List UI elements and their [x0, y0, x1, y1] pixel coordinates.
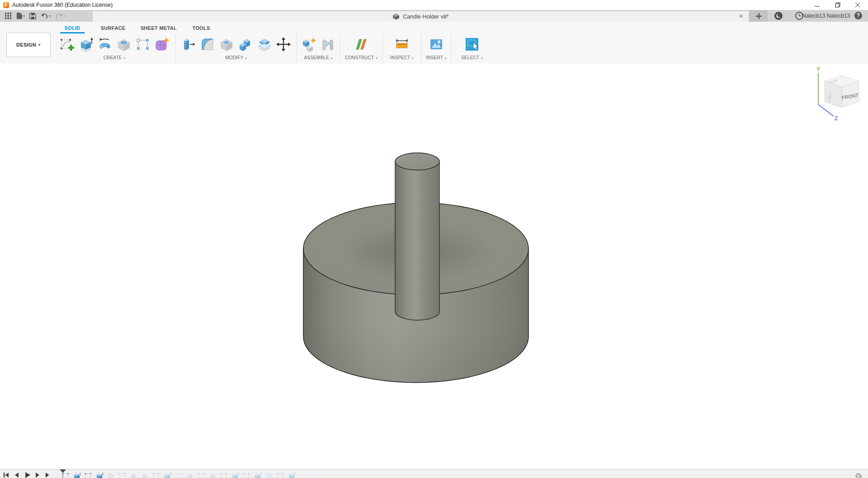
document-tab[interactable]: Candle Holder v8* ✕ [93, 11, 749, 22]
create-sketch-button[interactable] [57, 34, 76, 54]
modeling-canvas[interactable]: Y Z TOP LEFT FRONT [0, 64, 868, 469]
timeline-feature-extrude[interactable] [73, 472, 81, 478]
timeline-step-forward-button[interactable] [34, 471, 41, 478]
redo-button[interactable]: ▾ [54, 11, 66, 21]
timeline-feature-sketch[interactable] [276, 472, 284, 478]
timeline-feature-sketch[interactable] [84, 472, 92, 478]
workspace-switcher-design[interactable]: DESIGN ▾ [6, 33, 51, 57]
split-body-button[interactable] [255, 34, 274, 54]
joint-button[interactable] [318, 34, 337, 54]
rectangular-pattern-button[interactable] [133, 34, 152, 54]
construction-plane-button[interactable] [352, 34, 371, 54]
select-button[interactable] [462, 34, 481, 54]
timeline-step-back-button[interactable] [13, 471, 20, 478]
timeline-items [61, 472, 299, 478]
timeline-feature-box[interactable] [141, 472, 149, 478]
restore-button[interactable] [827, 0, 848, 10]
extrude-button[interactable] [76, 34, 95, 54]
group-label-modify[interactable]: MODIFY ▾ [175, 55, 297, 62]
tab-sheet-metal[interactable]: SHEET METAL [137, 25, 180, 33]
redo-caret-icon: ▾ [63, 14, 65, 18]
move-copy-button[interactable] [274, 34, 293, 54]
timeline-feature-cylinder[interactable] [129, 472, 137, 478]
document-cube-icon [392, 13, 400, 20]
group-insert: INSERT ▾ [421, 33, 452, 62]
title-bar: F Autodesk Fusion 360 (Education License… [0, 0, 868, 10]
measure-button[interactable] [392, 34, 411, 54]
timeline-settings-gear-icon[interactable] [854, 472, 863, 478]
new-component-button[interactable] [299, 34, 318, 54]
timeline-feature-sketch[interactable] [197, 472, 205, 478]
insert-canvas-button[interactable] [427, 34, 446, 54]
combine-button[interactable] [236, 34, 255, 54]
application-bar: ▾ ▾ ▾ Candle Holder v8* ✕ Natecb13 Natec… [0, 10, 868, 22]
group-label-assemble[interactable]: ASSEMBLE ▾ [297, 55, 340, 62]
hole-button[interactable] [114, 34, 133, 54]
timeline-feature-extrude[interactable] [254, 472, 262, 478]
view-cube[interactable]: Y Z TOP LEFT FRONT [811, 66, 864, 121]
timeline-feature-box[interactable] [208, 472, 217, 478]
timeline-feature-extrude[interactable] [163, 472, 171, 478]
group-select: SELECT ▾ [451, 33, 493, 62]
shell-button[interactable] [217, 34, 236, 54]
window-title: Autodesk Fusion 360 (Education License) [12, 2, 113, 8]
timeline-feature-sketch[interactable] [220, 472, 228, 478]
job-status-icon[interactable] [774, 11, 783, 20]
timeline-feature-sketch[interactable] [242, 472, 250, 478]
axis-z-line [818, 104, 834, 116]
document-tab-close-icon[interactable]: ✕ [738, 13, 744, 19]
fillet-button[interactable] [198, 34, 217, 54]
timeline-feature-sketch[interactable] [152, 472, 160, 478]
new-document-tab-button[interactable] [750, 10, 768, 22]
workspace-caret-icon: ▾ [38, 43, 41, 47]
group-label-construct[interactable]: CONSTRUCT ▾ [340, 55, 382, 62]
group-label-insert[interactable]: INSERT ▾ [421, 55, 451, 62]
timeline-feature-extrude[interactable] [288, 472, 296, 478]
timeline-skip-to-end-button[interactable] [44, 471, 52, 478]
timeline-bar [0, 469, 868, 478]
group-assemble: ASSEMBLE ▾ [297, 33, 340, 62]
tab-tools[interactable]: TOOLS [189, 25, 213, 33]
tab-surface[interactable]: SURFACE [96, 25, 130, 33]
revolve-button[interactable] [95, 34, 114, 54]
timeline-feature-revolve[interactable] [265, 472, 273, 478]
view-cube-body[interactable]: TOP LEFT FRONT [825, 76, 859, 108]
save-button[interactable] [28, 11, 37, 21]
undo-button[interactable]: ▾ [40, 11, 52, 21]
axis-z-label: Z [835, 115, 838, 121]
timeline-feature-points[interactable] [175, 472, 183, 478]
close-button[interactable] [848, 0, 868, 10]
minimize-button[interactable] [807, 0, 827, 10]
workspace-label: DESIGN [16, 42, 36, 47]
document-title: Candle Holder v8* [403, 14, 448, 20]
plus-icon [756, 13, 762, 19]
fusion-logo-icon: F [3, 2, 9, 8]
timeline-feature-box[interactable] [186, 472, 194, 478]
user-account-button[interactable]: Natecb13 Natecb13 [802, 10, 850, 22]
file-menu-caret-icon: ▾ [23, 14, 25, 18]
group-label-select[interactable]: SELECT ▾ [451, 55, 493, 62]
group-construct: CONSTRUCT ▾ [340, 33, 383, 62]
timeline-play-button[interactable] [24, 471, 31, 478]
timeline-feature-revolve[interactable] [107, 472, 115, 478]
ribbon-toolbar: DESIGN ▾ SOLID SURFACE SHEET METAL TOOLS [0, 22, 868, 64]
group-create: CREATE ▾ [53, 33, 176, 62]
timeline-feature-extrude[interactable] [231, 472, 239, 478]
group-inspect: INSPECT ▾ [382, 33, 422, 62]
create-form-button[interactable] [152, 34, 171, 54]
timeline-playback-controls [3, 471, 52, 478]
timeline-feature-sketch[interactable] [118, 472, 126, 478]
press-pull-button[interactable] [179, 34, 198, 54]
group-label-inspect[interactable]: INSPECT ▾ [382, 55, 421, 62]
candle-holder-3d-model[interactable] [0, 64, 868, 469]
timeline-feature-extrude[interactable] [95, 472, 104, 478]
axis-y-label: Y [816, 66, 820, 72]
app-grid-menu-icon[interactable] [4, 11, 13, 21]
group-modify: MODIFY ▾ [175, 33, 297, 62]
timeline-skip-to-start-button[interactable] [3, 471, 10, 478]
group-label-create[interactable]: CREATE ▾ [53, 55, 175, 62]
help-button[interactable]: ? [854, 12, 862, 19]
undo-caret-icon: ▾ [49, 14, 51, 18]
timeline-playhead[interactable] [60, 469, 66, 478]
file-menu-button[interactable]: ▾ [15, 11, 26, 21]
